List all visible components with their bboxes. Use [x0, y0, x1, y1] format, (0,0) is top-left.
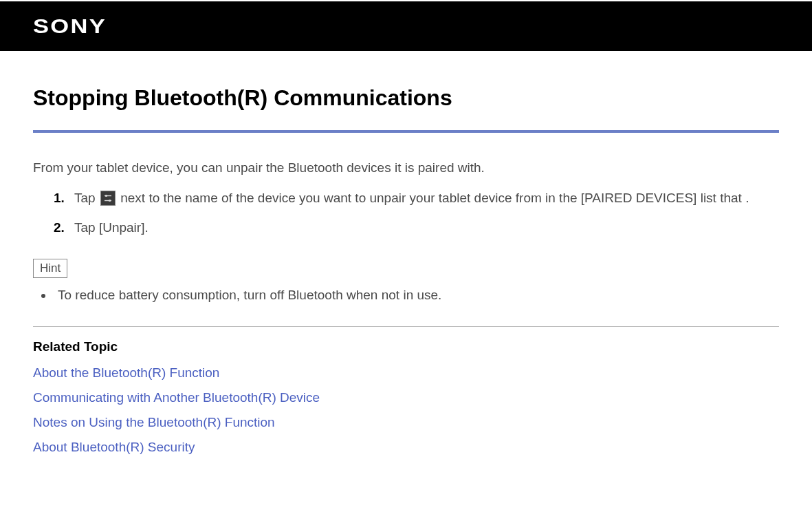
hint-list: To reduce battery consumption, turn off … [54, 288, 779, 303]
step-text-before: Tap [74, 191, 99, 205]
svg-rect-3 [109, 200, 111, 202]
sony-logo: SONY [33, 14, 107, 38]
settings-sliders-icon [100, 191, 116, 206]
page-title: Stopping Bluetooth(R) Communications [33, 85, 779, 111]
related-links: About the Bluetooth(R) Function Communic… [33, 365, 779, 455]
related-link-security[interactable]: About Bluetooth(R) Security [33, 440, 779, 455]
step-text-after: next to the name of the device you want … [117, 191, 749, 205]
steps-list: Tap next to the name of the device you w… [54, 188, 779, 238]
hint-label: Hint [33, 259, 67, 278]
related-link-about-bluetooth[interactable]: About the Bluetooth(R) Function [33, 365, 779, 381]
step-text: Tap [Unpair]. [74, 220, 149, 235]
title-divider [33, 130, 779, 133]
related-topic-heading: Related Topic [33, 339, 779, 354]
intro-text: From your tablet device, you can unpair … [33, 160, 779, 175]
hint-item: To reduce battery consumption, turn off … [54, 288, 779, 303]
step-item: Tap next to the name of the device you w… [54, 188, 779, 208]
svg-rect-1 [105, 195, 107, 197]
related-link-notes[interactable]: Notes on Using the Bluetooth(R) Function [33, 415, 779, 430]
section-divider [33, 326, 779, 327]
step-item: Tap [Unpair]. [54, 217, 779, 237]
main-content: Stopping Bluetooth(R) Communications Fro… [0, 51, 812, 485]
related-link-communicating[interactable]: Communicating with Another Bluetooth(R) … [33, 390, 779, 405]
header-bar: SONY [0, 1, 812, 51]
